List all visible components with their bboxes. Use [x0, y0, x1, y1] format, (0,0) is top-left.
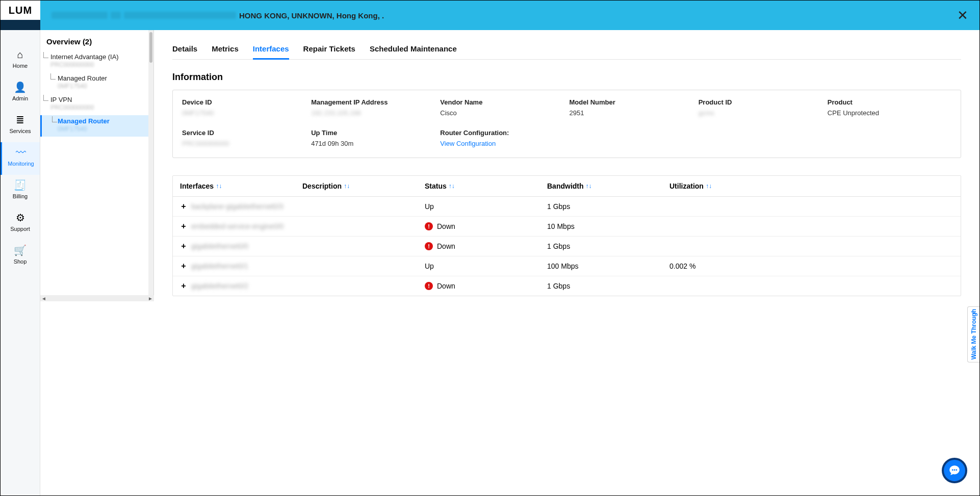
- info-product: ProductCPE Unprotected: [828, 98, 951, 117]
- alert-icon: !: [425, 222, 433, 230]
- svg-point-2: [956, 469, 957, 471]
- tree-title: Overview (2): [40, 30, 153, 51]
- tree-node-sub: PRC000000000: [50, 61, 149, 68]
- cell-status: Up: [425, 202, 547, 211]
- expand-icon[interactable]: +: [180, 262, 187, 271]
- nav-item-home[interactable]: ⌂Home: [1, 44, 40, 77]
- alert-icon: !: [425, 282, 433, 290]
- info-model: Model Number2951: [570, 98, 693, 117]
- tab-details[interactable]: Details: [172, 41, 197, 59]
- cell-status: ! Down: [425, 222, 547, 230]
- interfaces-table: Interfaces↑↓Description↑↓Status↑↓Bandwid…: [172, 175, 961, 296]
- brand-logo: LUM: [1, 1, 40, 20]
- tree-node-name: Managed Router: [58, 117, 110, 125]
- expand-icon[interactable]: +: [180, 222, 187, 231]
- info-value[interactable]: View Configuration: [440, 140, 564, 147]
- nav-item-support[interactable]: ⚙Support: [1, 207, 40, 240]
- main-content: DetailsMetricsInterfacesRepair TicketsSc…: [154, 30, 979, 495]
- nav-item-shop[interactable]: 🛒Shop: [1, 240, 40, 273]
- sort-icon: ↑↓: [216, 182, 222, 190]
- interface-name: embedded-service-engine0/0: [191, 222, 283, 230]
- alert-icon: !: [425, 242, 433, 250]
- interface-name: gigabitethernet0/0: [191, 242, 248, 250]
- tab-repair-tickets[interactable]: Repair Tickets: [303, 41, 355, 59]
- info-value: 192.233.105.198: [311, 109, 435, 117]
- walk-me-through-tab[interactable]: ⌃ Walk Me Through: [967, 306, 979, 362]
- info-value: 0MF17540: [182, 109, 306, 117]
- info-label: Management IP Address: [311, 98, 435, 106]
- interface-name: gigabitethernet0/1: [191, 262, 248, 270]
- info-label: Device ID: [182, 98, 306, 106]
- nav-item-services[interactable]: ≣Services: [1, 110, 40, 142]
- cell-bandwidth: 100 Mbps: [547, 262, 669, 270]
- cell-utilization: 0.002 %: [669, 262, 953, 270]
- tree-angle-icon: [50, 73, 56, 80]
- cell-bandwidth: 1 Gbps: [547, 202, 669, 211]
- info-value: Cisco: [440, 109, 564, 117]
- tree-node-name: Internet Advantage (IA): [50, 53, 119, 61]
- table-row: +gigabitethernet0/0! Down1 Gbps: [173, 237, 961, 256]
- tree-node[interactable]: Managed Router0MF17540: [40, 72, 153, 94]
- tab-interfaces[interactable]: Interfaces: [253, 41, 289, 60]
- cell-bandwidth: 10 Mbps: [547, 222, 669, 230]
- home-icon: ⌂: [17, 49, 23, 60]
- expand-icon[interactable]: +: [180, 281, 187, 291]
- top-bar: HONG KONG, UNKNOWN, Hong Kong, . ✕: [40, 1, 979, 30]
- scroll-right-icon[interactable]: ►: [148, 296, 153, 301]
- nav-item-billing[interactable]: 🧾Billing: [1, 175, 40, 207]
- tab-metrics[interactable]: Metrics: [212, 41, 239, 59]
- status-text: Down: [437, 282, 455, 290]
- status-text: Up: [425, 202, 434, 211]
- admin-icon: 👤: [14, 82, 27, 92]
- tree-scrollbar-horizontal[interactable]: ◄ ►: [40, 295, 154, 301]
- expand-icon[interactable]: +: [180, 202, 187, 211]
- table-row: +gigabitethernet0/1Up100 Mbps0.002 %: [173, 256, 961, 276]
- tree-node[interactable]: Managed Router0MF17540: [40, 115, 153, 137]
- info-router_cfg: Router Configuration:View Configuration: [440, 129, 564, 147]
- cell-interface: +gigabitethernet0/0: [180, 242, 302, 251]
- expand-icon[interactable]: +: [180, 242, 187, 251]
- th-bandwidth[interactable]: Bandwidth↑↓: [547, 182, 669, 190]
- sort-icon: ↑↓: [449, 182, 455, 190]
- nav-label: Services: [9, 128, 31, 134]
- sort-icon: ↑↓: [706, 182, 712, 190]
- th-label: Status: [425, 182, 447, 190]
- cell-status: Up: [425, 262, 547, 270]
- backdrop-strip: [1, 20, 40, 30]
- info-value: CPE Unprotected: [828, 109, 951, 117]
- scroll-left-icon[interactable]: ◄: [41, 296, 46, 301]
- th-utilization[interactable]: Utilization↑↓: [669, 182, 953, 190]
- tree-scrollbar-vertical[interactable]: [148, 30, 153, 300]
- info-device_id: Device ID0MF17540: [182, 98, 306, 117]
- th-interfaces[interactable]: Interfaces↑↓: [180, 182, 302, 190]
- th-label: Utilization: [669, 182, 704, 190]
- chat-button[interactable]: [942, 458, 967, 483]
- table-row: +embedded-service-engine0/0! Down10 Mbps: [173, 217, 961, 237]
- th-status[interactable]: Status↑↓: [425, 182, 547, 190]
- info-label: Service ID: [182, 129, 306, 137]
- tree-node-name: Managed Router: [58, 74, 107, 82]
- shop-icon: 🛒: [14, 245, 27, 255]
- info-label: Router Configuration:: [440, 129, 564, 137]
- info-label: Up Time: [311, 129, 435, 137]
- nav-item-admin[interactable]: 👤Admin: [1, 77, 40, 110]
- tree-node[interactable]: Internet Advantage (IA)PRC000000000: [40, 51, 153, 72]
- support-icon: ⚙: [16, 213, 25, 223]
- tree-node[interactable]: IP VPNPRC000000000: [40, 94, 153, 115]
- tab-scheduled-maintenance[interactable]: Scheduled Maintenance: [370, 41, 457, 59]
- interface-name: gigabitethernet0/2: [191, 282, 248, 290]
- nav-item-monitoring[interactable]: 〰Monitoring: [1, 142, 40, 175]
- info-label: Product: [828, 98, 951, 106]
- information-panel: Device ID0MF17540Management IP Address19…: [172, 90, 961, 158]
- info-value: 471d 09h 30m: [311, 140, 435, 147]
- cell-interface: +gigabitethernet0/2: [180, 281, 302, 291]
- info-vendor: Vendor NameCisco: [440, 98, 564, 117]
- th-label: Interfaces: [180, 182, 214, 190]
- th-label: Description: [302, 182, 342, 190]
- tree-angle-icon: [43, 95, 48, 101]
- cell-bandwidth: 1 Gbps: [547, 242, 669, 250]
- close-icon[interactable]: ✕: [957, 8, 968, 23]
- th-description[interactable]: Description↑↓: [302, 182, 425, 190]
- cell-interface: +gigabitethernet0/1: [180, 262, 302, 271]
- nav-label: Support: [10, 226, 30, 232]
